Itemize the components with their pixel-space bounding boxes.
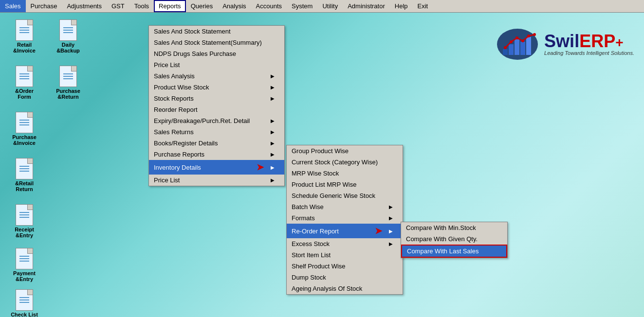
menu-books-register[interactable]: Books/Register Details ▶ [149, 138, 284, 149]
inv-dump-stock[interactable]: Dump Stock [287, 272, 403, 283]
arrow-icon: ▶ [271, 96, 275, 101]
reorder-compare-min-stock[interactable]: Compare With Min.Stock [401, 222, 507, 233]
menu-price-list-2[interactable]: Price List ▶ [149, 175, 284, 186]
menu-purchase[interactable]: Purchase [26, 0, 62, 12]
menu-product-wise-stock[interactable]: Product Wise Stock ▶ [149, 82, 284, 93]
menu-reports[interactable]: Reports [154, 0, 186, 12]
desktop-icon-check-list[interactable]: Check List [5, 287, 44, 317]
menu-price-list-1[interactable]: Price List [149, 59, 284, 70]
inv-formats[interactable]: Formats ▶ [287, 212, 403, 224]
svg-rect-2 [509, 44, 514, 55]
inv-ageing-analysis[interactable]: Ageing Analysis Of Stock [287, 283, 403, 294]
menu-administrator[interactable]: Administrator [343, 0, 390, 12]
reports-dropdown: Sales And Stock Statement Sales And Stoc… [148, 25, 285, 186]
inv-schedule-generic[interactable]: Schedule Generic Wise Stock [287, 190, 403, 201]
reorder-compare-last-sales[interactable]: Compare With Last Sales [401, 245, 507, 258]
menu-queries[interactable]: Queries [186, 0, 218, 12]
logo-area: SwilERP+ Leading Towards Intelligent Sol… [496, 27, 634, 61]
arrow-icon: ▶ [389, 204, 393, 210]
arrow-icon: ▶ [389, 241, 393, 247]
reorder-compare-given-qty[interactable]: Compare With Given Qty. [401, 233, 507, 245]
svg-rect-5 [526, 37, 531, 55]
svg-point-8 [515, 36, 518, 39]
menu-sales-stock-statement[interactable]: Sales And Stock Statement [149, 26, 284, 37]
logo-subtitle: Leading Towards Intelligent Solutions. [544, 50, 634, 56]
arrow-icon: ▶ [389, 215, 393, 221]
arrow-icon: ▶ [271, 85, 275, 90]
logo-swil: Swil [544, 31, 579, 51]
desktop-icon-receipt-entry[interactable]: Receipt&Entry [5, 202, 44, 240]
menu-exit[interactable]: Exit [413, 0, 433, 12]
svg-point-9 [521, 39, 524, 42]
menu-tools[interactable]: Tools [129, 0, 154, 12]
desktop: Retail&Invoice Daily&Backup [0, 13, 644, 317]
inventory-submenu: Group Product Wise Current Stock (Catego… [286, 145, 403, 295]
inv-product-list-mrp[interactable]: Product List MRP Wise [287, 179, 403, 190]
inv-group-product-wise[interactable]: Group Product Wise [287, 145, 403, 157]
menu-ndps-drugs[interactable]: NDPS Drugs Sales Purchase [149, 48, 284, 59]
menu-sales-stock-summary[interactable]: Sales And Stock Statement(Summary) [149, 37, 284, 48]
menu-utility[interactable]: Utility [317, 0, 343, 12]
desktop-icon-payment-entry[interactable]: Payment&Entry [5, 246, 44, 284]
inv-stort-item-list[interactable]: Stort Item List [287, 249, 403, 261]
arrow-icon: ▶ [271, 129, 275, 135]
menu-analysis[interactable]: Analysis [218, 0, 251, 12]
svg-rect-4 [520, 42, 525, 55]
desktop-icon-purchase-return[interactable]: Purchase&Return [49, 64, 88, 102]
logo-text: SwilERP+ Leading Towards Intelligent Sol… [544, 33, 634, 56]
menu-stock-reports[interactable]: Stock Reports ▶ [149, 93, 284, 104]
svg-point-11 [533, 33, 536, 36]
menu-expiry-breakage[interactable]: Expiry/Breakage/Purch.Ret. Detail ▶ [149, 115, 284, 126]
menu-gst[interactable]: GST [107, 0, 129, 12]
arrow-icon: ▶ [271, 118, 275, 123]
desktop-icon-order-form[interactable]: &OrderForm [5, 64, 44, 102]
inv-mrp-wise-stock[interactable]: MRP Wise Stock [287, 168, 403, 179]
menu-help[interactable]: Help [390, 0, 413, 12]
svg-rect-1 [503, 49, 508, 55]
inv-current-stock-category[interactable]: Current Stock (Category Wise) [287, 157, 403, 168]
menu-reorder-report[interactable]: Reorder Report [149, 104, 284, 115]
menu-purchase-reports[interactable]: Purchase Reports ▶ [149, 149, 284, 160]
arrow-icon: ▶ [389, 229, 393, 234]
reorder-submenu: Compare With Min.Stock Compare With Give… [401, 222, 508, 258]
arrow-icon: ▶ [271, 73, 275, 79]
menu-accounts[interactable]: Accounts [251, 0, 287, 12]
inv-excess-stock[interactable]: Excess Stock ▶ [287, 238, 403, 249]
desktop-icon-purchase-invoice[interactable]: Purchase&Invoice [5, 110, 44, 148]
menu-inventory-details[interactable]: Inventory Details ➤ ▶ [149, 160, 284, 175]
svg-point-10 [527, 35, 530, 37]
menu-sales[interactable]: Sales [0, 0, 26, 12]
red-arrow-icon: ➤ [375, 226, 382, 236]
logo-erp: ERP [579, 31, 615, 51]
desktop-icon-retail-invoice[interactable]: Retail&Invoice [5, 18, 44, 55]
menu-adjustments[interactable]: Adjustments [62, 0, 107, 12]
menubar: Sales Purchase Adjustments GST Tools Rep… [0, 0, 644, 13]
svg-point-6 [504, 46, 507, 49]
arrow-icon: ▶ [271, 141, 275, 146]
menu-system[interactable]: System [287, 0, 317, 12]
svg-point-7 [510, 40, 513, 43]
inv-reorder-report[interactable]: Re-Order Report ➤ ▶ [287, 224, 403, 238]
inv-batch-wise[interactable]: Batch Wise ▶ [287, 201, 403, 212]
arrow-icon: ▶ [271, 152, 275, 157]
logo-chart-icon [496, 27, 539, 61]
svg-rect-3 [515, 39, 519, 55]
arrow-icon: ▶ [271, 177, 275, 183]
red-arrow-icon: ➤ [257, 162, 264, 173]
inv-shelf-product-wise[interactable]: Shelf Product Wise [287, 261, 403, 272]
arrow-icon: ▶ [271, 165, 275, 170]
logo-plus: + [615, 35, 623, 50]
menu-sales-analysis[interactable]: Sales Analysis ▶ [149, 70, 284, 82]
menu-sales-returns[interactable]: Sales Returns ▶ [149, 126, 284, 138]
desktop-icon-daily-backup[interactable]: Daily&Backup [49, 18, 88, 55]
desktop-icon-retail-return[interactable]: &RetailReturn [5, 156, 44, 194]
